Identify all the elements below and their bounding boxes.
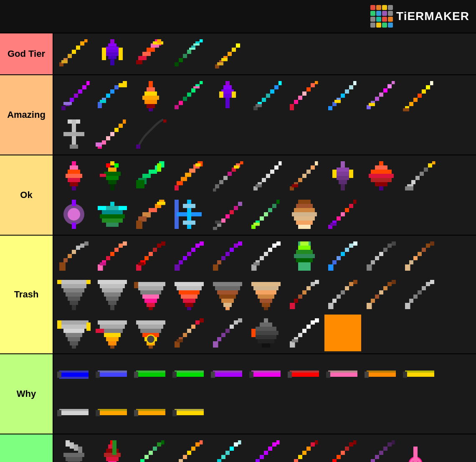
svg-rect-114 [418, 94, 422, 98]
svg-rect-130 [123, 119, 126, 124]
svg-rect-200 [371, 170, 392, 174]
svg-rect-569 [353, 440, 357, 444]
svg-rect-244 [215, 221, 221, 224]
list-item [362, 77, 400, 114]
list-item [209, 436, 246, 462]
svg-rect-61 [142, 96, 159, 100]
svg-rect-501 [59, 409, 89, 411]
svg-rect-123 [70, 145, 78, 149]
svg-rect-168 [228, 172, 232, 176]
svg-rect-196 [332, 170, 337, 178]
svg-rect-422 [98, 320, 127, 325]
svg-rect-346 [72, 305, 76, 310]
svg-rect-270 [68, 254, 72, 258]
svg-rect-431 [138, 325, 163, 329]
svg-rect-93 [311, 83, 315, 87]
svg-rect-546 [230, 447, 234, 451]
list-item [247, 77, 285, 114]
svg-rect-301 [225, 252, 230, 256]
svg-rect-394 [337, 294, 341, 299]
svg-rect-199 [375, 165, 387, 170]
svg-rect-52 [106, 94, 110, 98]
list-item [132, 77, 170, 114]
svg-rect-342 [63, 288, 84, 292]
svg-rect-230 [136, 221, 142, 229]
svg-rect-104 [387, 84, 392, 89]
svg-rect-550 [256, 459, 260, 462]
svg-rect-100 [349, 85, 353, 89]
svg-rect-164 [195, 163, 201, 167]
svg-rect-118 [403, 108, 409, 112]
svg-rect-139 [70, 182, 78, 186]
svg-rect-415 [63, 329, 84, 333]
svg-rect-309 [268, 248, 272, 252]
svg-rect-354 [108, 301, 116, 305]
svg-rect-90 [298, 96, 302, 100]
svg-rect-138 [68, 178, 80, 182]
svg-rect-188 [315, 161, 318, 165]
svg-rect-515 [78, 447, 82, 453]
svg-rect-40 [221, 58, 228, 61]
svg-rect-427 [108, 341, 116, 345]
svg-rect-529 [140, 459, 144, 462]
svg-rect-236 [183, 221, 195, 225]
svg-rect-281 [123, 241, 127, 246]
svg-rect-485 [251, 373, 281, 377]
svg-rect-289 [161, 241, 165, 246]
svg-rect-162 [177, 181, 183, 185]
svg-rect-561 [311, 442, 315, 447]
list-item [209, 195, 246, 233]
svg-rect-345 [70, 301, 78, 305]
list-item [209, 276, 246, 313]
svg-rect-497 [405, 373, 434, 377]
svg-rect-239 [221, 218, 225, 223]
svg-rect-59 [147, 87, 155, 91]
svg-rect-311 [276, 241, 281, 246]
svg-rect-495 [367, 371, 396, 373]
svg-rect-325 [353, 241, 357, 246]
svg-rect-122 [63, 132, 84, 136]
svg-rect-475 [96, 372, 100, 378]
svg-rect-484 [211, 372, 215, 378]
svg-rect-206 [411, 180, 415, 184]
svg-rect-153 [142, 174, 151, 178]
list-item [94, 237, 131, 275]
svg-rect-445 [177, 339, 183, 343]
svg-rect-82 [262, 98, 266, 102]
svg-rect-409 [418, 290, 422, 294]
list-item [94, 115, 131, 153]
svg-rect-10 [106, 47, 119, 50]
tier-content-ok [53, 155, 476, 235]
svg-rect-543 [217, 459, 221, 462]
svg-rect-540 [195, 442, 200, 447]
svg-rect-376 [223, 303, 232, 307]
list-item [324, 356, 362, 393]
svg-rect-319 [328, 264, 334, 271]
list-item [55, 314, 93, 352]
svg-rect-386 [294, 299, 298, 303]
list-item [247, 314, 285, 352]
svg-rect-91 [302, 91, 306, 96]
svg-rect-71 [175, 105, 179, 109]
tier-row-amazing: Amazing [0, 75, 476, 155]
svg-rect-412 [430, 280, 434, 284]
svg-rect-356 [136, 282, 165, 286]
svg-rect-46 [78, 89, 82, 94]
svg-rect-448 [221, 333, 225, 337]
svg-rect-458 [258, 339, 274, 343]
list-item [132, 314, 170, 352]
svg-rect-347 [57, 280, 61, 284]
svg-rect-95 [328, 106, 332, 110]
svg-rect-471 [59, 377, 89, 379]
tier-label-ok: Ok [0, 155, 53, 235]
svg-rect-468 [292, 339, 298, 343]
svg-rect-474 [98, 371, 127, 373]
tier-list: God Tier [0, 33, 476, 462]
svg-rect-237 [213, 227, 217, 230]
svg-rect-149 [100, 174, 106, 177]
list-item [132, 115, 170, 153]
svg-rect-363 [134, 282, 138, 288]
svg-rect-264 [345, 208, 349, 212]
svg-rect-378 [251, 282, 281, 286]
svg-rect-373 [217, 290, 238, 294]
